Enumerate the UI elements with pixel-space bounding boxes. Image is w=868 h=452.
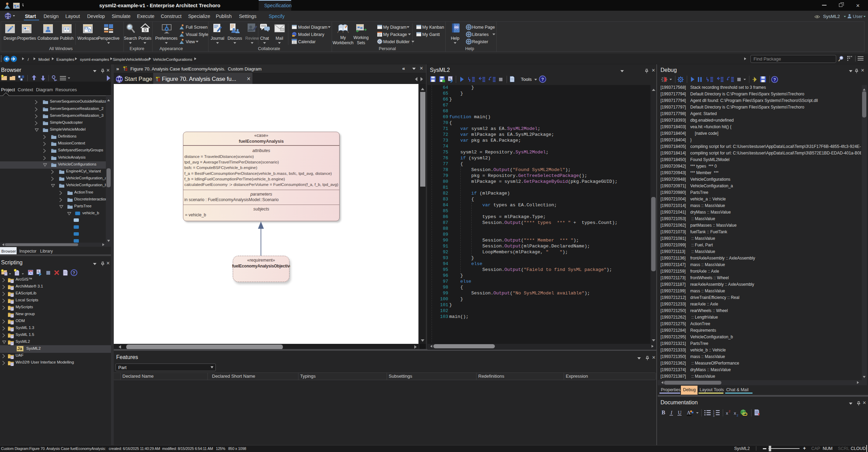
svg-text:3: 3	[713, 415, 714, 417]
svg-text:?: ?	[73, 271, 75, 275]
svg-text:I: I	[670, 410, 673, 415]
svg-text:A: A	[687, 410, 691, 415]
svg-text:?: ?	[774, 77, 776, 82]
svg-text:2: 2	[729, 409, 730, 413]
svg-text:1: 1	[713, 410, 714, 412]
svg-text:x: x	[726, 411, 728, 416]
svg-text:x: x	[734, 411, 736, 416]
svg-text:U: U	[678, 410, 682, 415]
svg-text:?: ?	[541, 77, 544, 82]
svg-text:2: 2	[737, 414, 738, 417]
svg-text:B: B	[662, 409, 665, 415]
svg-text:2: 2	[713, 412, 714, 415]
